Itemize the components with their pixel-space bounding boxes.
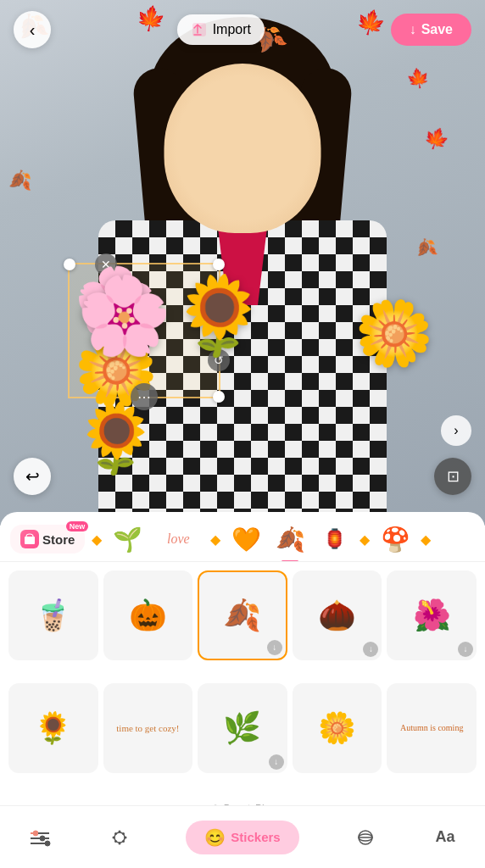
- svg-point-14: [113, 836, 115, 838]
- adjust-tool-button[interactable]: [18, 819, 62, 856]
- category-lantern[interactable]: 🏮: [315, 520, 353, 558]
- sticker-item-poppy[interactable]: 🌺 ↓: [387, 570, 477, 660]
- category-heart[interactable]: 🧡: [227, 520, 265, 558]
- back-icon: ‹: [30, 20, 36, 40]
- save-icon: ↓: [410, 22, 416, 37]
- import-label: Import: [213, 22, 251, 37]
- download-indicator-4: ↓: [363, 642, 378, 657]
- svg-point-15: [125, 836, 127, 838]
- save-button[interactable]: ↓ Save: [391, 14, 471, 46]
- store-label: Store: [42, 532, 75, 547]
- sticker-more-button[interactable]: ⋯: [131, 383, 158, 410]
- store-tab-icon: [20, 530, 39, 548]
- diamond-separator-3: ◆: [360, 531, 370, 548]
- category-love[interactable]: love: [153, 520, 203, 558]
- sticker-item-leaf[interactable]: 🍂 ↓: [198, 570, 287, 660]
- back-button[interactable]: ‹: [14, 11, 51, 48]
- category-sapling[interactable]: 🌱: [109, 520, 146, 558]
- beauty-tool-button[interactable]: [98, 819, 142, 856]
- stickers-icon: 😊: [204, 827, 226, 848]
- diamond-separator-2: ◆: [210, 531, 220, 548]
- diamond-separator-1: ◆: [92, 531, 102, 548]
- download-indicator-8: ↓: [269, 754, 284, 770]
- svg-point-7: [40, 836, 45, 841]
- svg-point-17: [122, 840, 125, 843]
- sticker-item-text-cozy[interactable]: time to get cozy!: [103, 683, 193, 773]
- svg-point-18: [122, 832, 125, 835]
- beauty-icon: [106, 824, 133, 851]
- svg-rect-1: [25, 537, 35, 544]
- save-label: Save: [421, 22, 453, 37]
- import-icon: [191, 21, 208, 38]
- sticker-categories: Store New ◆ 🌱 love ◆ 🧡 🍂 🏮 ◆: [0, 512, 485, 562]
- sticker-item-bubble-tea[interactable]: 🧋: [8, 570, 98, 660]
- leaf-decor-5: 🍁: [405, 66, 432, 92]
- sticker-item-text-autumn[interactable]: Autumn is coming: [387, 683, 477, 773]
- sticker-item-pumpkin[interactable]: 🎃: [103, 570, 193, 660]
- sticker-grid: 🧋 🎃 🍂 ↓ 🌰 ↓ 🌺 ↓ 🌻 time to get cozy! 🌿 ↓: [0, 562, 485, 799]
- svg-point-3: [33, 831, 38, 836]
- svg-point-13: [119, 842, 121, 844]
- photo-face: [164, 64, 321, 233]
- sticker-item-marigold[interactable]: 🌻: [8, 683, 98, 773]
- new-badge: New: [66, 521, 89, 531]
- next-button[interactable]: ›: [441, 415, 471, 446]
- download-indicator-5: ↓: [458, 642, 473, 657]
- stickers-label: Stickers: [231, 830, 280, 844]
- jacket-sticker-ginkgo: 🌼: [354, 297, 434, 371]
- diamond-separator-4: ◆: [421, 531, 431, 548]
- adjust-icon: [26, 824, 53, 851]
- bottom-toolbar: 😊 Stickers Aa: [0, 805, 485, 868]
- effects-icon: [352, 824, 379, 851]
- text-icon: Aa: [432, 824, 459, 851]
- sticker-item-sunflower[interactable]: 🌼: [293, 683, 382, 773]
- svg-point-12: [119, 830, 121, 832]
- next-icon: ›: [454, 423, 458, 438]
- svg-point-19: [114, 840, 117, 843]
- sticker-item-berries[interactable]: 🌿 ↓: [198, 683, 287, 773]
- stickers-tool-button[interactable]: 😊 Stickers: [177, 815, 307, 860]
- import-button[interactable]: Import: [177, 14, 265, 45]
- leaf-decor-6: 🍂: [8, 170, 31, 192]
- sticker-item-acorn[interactable]: 🌰 ↓: [293, 570, 382, 660]
- effects-tool-button[interactable]: [343, 819, 387, 856]
- svg-point-10: [45, 841, 50, 846]
- text-tool-button[interactable]: Aa: [423, 819, 467, 856]
- svg-point-16: [114, 832, 117, 835]
- compare-icon: ⊡: [447, 467, 460, 486]
- undo-icon: ↩: [25, 466, 40, 487]
- photo-canvas: 🍂 🍁 🍂 🍁 🍁 🍂 🍁 🍂 🌸🌻 🌼 ✕ ↺ 🌸🌼🌻 ⋯: [0, 0, 485, 526]
- download-indicator-3: ↓: [267, 640, 282, 655]
- undo-button[interactable]: ↩: [14, 458, 51, 495]
- compare-button[interactable]: ⊡: [434, 458, 471, 495]
- category-leaf[interactable]: 🍂: [271, 520, 309, 558]
- stickers-active-wrap: 😊 Stickers: [186, 821, 298, 854]
- category-mushroom[interactable]: 🍄: [376, 520, 414, 558]
- store-tab[interactable]: Store New: [10, 525, 85, 554]
- jacket-sticker-flowers: 🌸🌻: [76, 271, 266, 360]
